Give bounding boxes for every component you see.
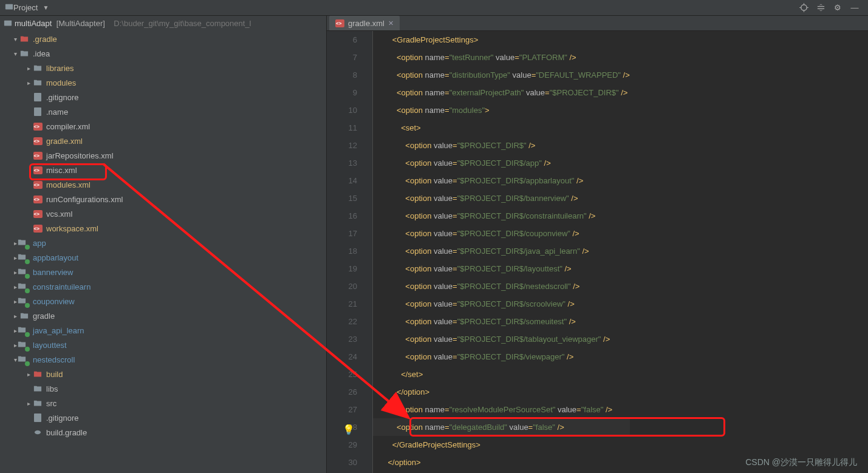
tree-arrow-icon[interactable]: ▸	[24, 80, 33, 86]
project-tree-panel: multiAdapt [MultiAdapter] D:\buder_git\m…	[0, 16, 327, 473]
tree-row[interactable]: gradle.xml	[0, 134, 326, 148]
file-icon	[19, 325, 29, 335]
file-icon	[19, 238, 29, 248]
tree-label: runConfigurations.xml	[46, 195, 123, 204]
code-area[interactable]: <GradleProjectSettings> <option name="te…	[373, 31, 630, 473]
project-dropdown-icon[interactable]: ▼	[43, 4, 49, 11]
tree-arrow-icon[interactable]: ▸	[24, 371, 33, 378]
tree-label: workspace.xml	[46, 224, 98, 233]
locate-icon[interactable]	[795, 1, 812, 15]
svg-rect-0	[5, 4, 13, 10]
tree-row[interactable]: ▾.idea	[0, 46, 326, 61]
tree-label: build	[46, 370, 63, 379]
file-icon	[33, 121, 43, 131]
tree-row[interactable]: ▾.gradle	[0, 32, 326, 46]
tree-row[interactable]: misc.xml	[0, 163, 326, 177]
tree-row[interactable]: ▸couponview	[0, 294, 326, 308]
file-icon	[19, 340, 29, 350]
file-icon	[33, 63, 43, 73]
tree-label: gradle.xml	[46, 137, 83, 146]
tree-label: nestedscroll	[33, 355, 75, 364]
tree-row[interactable]: .gitignore	[0, 410, 326, 425]
fold-gutter	[363, 31, 373, 473]
tree-row[interactable]: ▸appbarlayout	[0, 250, 326, 265]
tree-label: jarRepositories.xml	[46, 151, 114, 160]
tree-row[interactable]: build.gradle	[0, 425, 326, 440]
tree-row[interactable]: ▸gradle	[0, 308, 326, 323]
tree-row[interactable]: ▸libraries	[0, 61, 326, 75]
tree-arrow-icon[interactable]: ▸	[11, 313, 19, 319]
tree-label: vcs.xml	[46, 209, 72, 219]
tree-row[interactable]: .gitignore	[0, 90, 326, 104]
tree-row[interactable]: ▾nestedscroll	[0, 352, 326, 367]
tree-label: app	[33, 239, 46, 248]
tree-label: .gitignore	[46, 93, 78, 102]
tree-label: couponview	[33, 297, 75, 306]
file-icon	[33, 427, 43, 437]
file-icon	[33, 209, 43, 219]
close-tab-icon[interactable]: ✕	[388, 19, 394, 27]
tree-row[interactable]: ▸constraintuilearn	[0, 279, 326, 294]
tree-label: modules	[46, 78, 76, 87]
tree-label: appbarlayout	[33, 253, 78, 262]
tree-row[interactable]: ▸layouttest	[0, 338, 326, 352]
tree-row[interactable]: ▸src	[0, 396, 326, 410]
tree-label: libraries	[46, 64, 74, 73]
tree-arrow-icon[interactable]: ▾	[11, 50, 19, 57]
tree-label: src	[46, 399, 56, 408]
line-number-gutter: 6789101112131415161718192021222324252627…	[327, 31, 363, 473]
svg-rect-6	[4, 21, 12, 26]
tree-row[interactable]: workspace.xml	[0, 221, 326, 236]
xml-file-icon	[335, 19, 344, 27]
tree-row[interactable]: jarRepositories.xml	[0, 148, 326, 163]
tree-row[interactable]: modules.xml	[0, 177, 326, 192]
file-tree[interactable]: ▾.gradle▾.idea▸libraries▸modules.gitigno…	[0, 30, 326, 440]
file-icon	[33, 78, 43, 87]
code-editor[interactable]: 6789101112131415161718192021222324252627…	[327, 31, 868, 473]
intention-bulb-icon[interactable]: 💡	[343, 421, 355, 438]
file-icon	[33, 165, 43, 175]
tree-label: bannerview	[33, 268, 73, 277]
tree-row[interactable]: ▸bannerview	[0, 265, 326, 279]
file-icon	[19, 355, 29, 364]
tree-row[interactable]: ▸java_api_learn	[0, 323, 326, 338]
file-icon	[33, 369, 43, 379]
tree-row[interactable]: ▸build	[0, 367, 326, 381]
tree-row[interactable]: compiler.xml	[0, 119, 326, 134]
file-icon	[33, 180, 43, 189]
file-icon	[33, 398, 43, 408]
tree-row[interactable]: libs	[0, 381, 326, 396]
file-icon	[19, 267, 29, 277]
tree-row[interactable]: runConfigurations.xml	[0, 192, 326, 206]
editor-tab-gradle-xml[interactable]: gradle.xml ✕	[329, 16, 400, 30]
project-icon	[5, 2, 13, 13]
collapse-all-icon[interactable]	[812, 1, 829, 15]
editor-tabbar: gradle.xml ✕	[327, 16, 868, 31]
file-icon	[33, 151, 43, 160]
file-icon	[19, 296, 29, 306]
tree-arrow-icon[interactable]: ▸	[24, 65, 33, 72]
tree-label: .name	[46, 107, 68, 117]
tree-arrow-icon[interactable]: ▾	[11, 36, 19, 43]
tree-row[interactable]: ▸app	[0, 236, 326, 250]
watermark: CSDN @沙漠一只雕得儿得儿	[745, 457, 857, 468]
tree-label: .idea	[33, 49, 50, 58]
file-icon	[33, 136, 43, 146]
tree-label: compiler.xml	[46, 122, 90, 131]
project-title[interactable]: Project	[13, 3, 41, 12]
file-icon	[19, 311, 29, 321]
file-icon	[19, 253, 29, 262]
tree-row[interactable]: .name	[0, 104, 326, 119]
tree-row[interactable]: ▸modules	[0, 75, 326, 90]
breadcrumb: multiAdapt [MultiAdapter] D:\buder_git\m…	[0, 16, 326, 30]
hide-panel-icon[interactable]: —	[846, 1, 863, 15]
tree-arrow-icon[interactable]: ▸	[24, 400, 33, 407]
file-icon	[33, 384, 43, 393]
tree-row[interactable]: vcs.xml	[0, 206, 326, 221]
tree-label: libs	[46, 384, 58, 393]
settings-gear-icon[interactable]: ⚙	[829, 1, 846, 15]
tree-label: modules.xml	[46, 180, 91, 189]
tree-label: misc.xml	[46, 166, 77, 175]
tree-label: gradle	[33, 311, 55, 321]
file-icon	[33, 107, 43, 117]
